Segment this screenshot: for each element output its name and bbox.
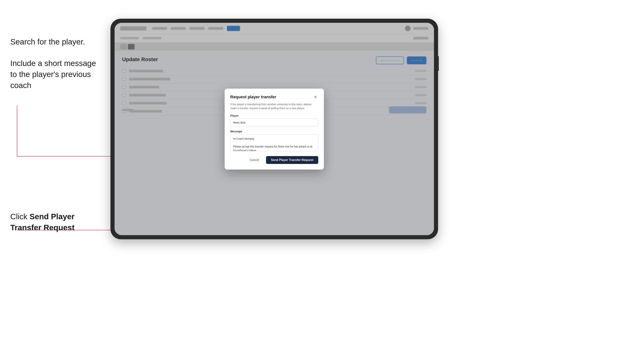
- player-field-label: Player: [230, 114, 318, 117]
- modal-footer: Cancel Send Player Transfer Request: [230, 156, 318, 164]
- modal-box: Request player transfer ✕ If the player …: [225, 89, 324, 170]
- arrow-line-1: [17, 106, 17, 156]
- annotation-search: Search for the player.: [10, 36, 85, 47]
- tablet-device: Update Roster — — — — — — — —: [110, 19, 438, 239]
- modal-header: Request player transfer ✕: [230, 94, 318, 100]
- message-textarea[interactable]: Hi Coach McHarg, Please accept this tran…: [230, 134, 318, 151]
- send-transfer-request-button[interactable]: Send Player Transfer Request: [266, 156, 318, 164]
- tablet-side-button: [438, 56, 439, 71]
- modal-description: If the player is transferring from anoth…: [230, 102, 318, 110]
- modal-title: Request player transfer: [230, 95, 276, 99]
- message-field-label: Message: [230, 130, 318, 133]
- annotation-click: Click Send PlayerTransfer Request: [10, 211, 91, 233]
- modal-overlay: Request player transfer ✕ If the player …: [114, 23, 434, 235]
- modal-close-button[interactable]: ✕: [313, 94, 318, 100]
- cancel-button[interactable]: Cancel: [245, 156, 264, 164]
- player-input[interactable]: [230, 119, 318, 126]
- annotation-message: Include a short messageto the player's p…: [10, 58, 96, 91]
